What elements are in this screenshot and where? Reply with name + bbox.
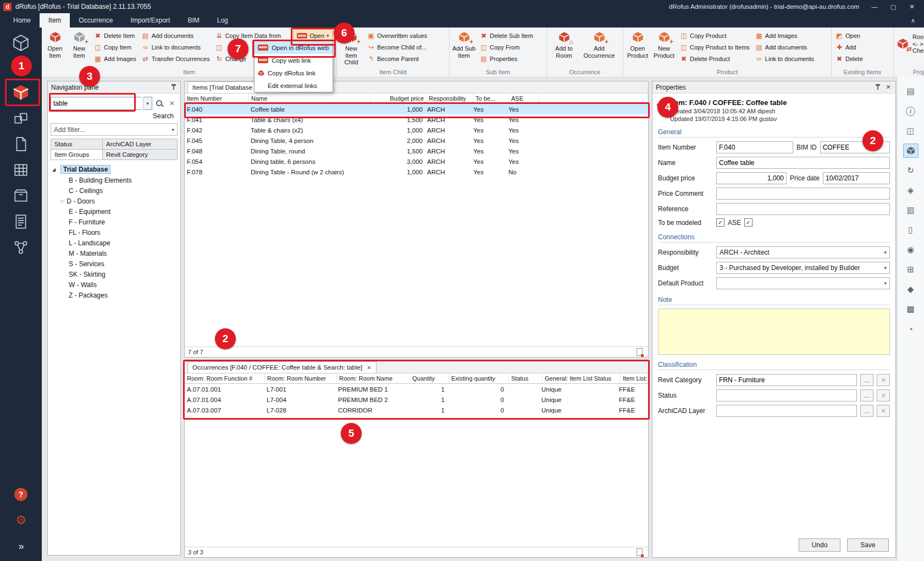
col-quantity[interactable]: Quantity [410, 373, 449, 383]
menu-item-copy-web-link[interactable]: www Copy web link [254, 54, 333, 67]
item-number-field[interactable] [716, 141, 793, 153]
pin-icon[interactable] [171, 84, 177, 91]
default-product-select[interactable]: ▾ [716, 277, 890, 289]
revit-category-field[interactable] [716, 374, 857, 386]
tree-item[interactable]: L - Landscape [49, 238, 179, 248]
tree-item[interactable]: SK - Skirting [49, 269, 179, 279]
filter-tab-archicad-layer[interactable]: ArchiCAD Layer [103, 139, 178, 150]
open-product-button[interactable]: Open Product [624, 28, 651, 61]
sidebar-reports-module-icon[interactable] [5, 185, 36, 206]
tree-item[interactable]: FL - Floors [49, 227, 179, 238]
panel-layout-icon[interactable]: ▤ [904, 85, 918, 98]
tree-item[interactable]: M - Materials [49, 248, 179, 258]
budget-select[interactable]: 3 - Purchased by Developer, installed by… [716, 262, 890, 274]
history-panel-icon[interactable]: ◔ [904, 322, 918, 336]
item-row[interactable]: F.042Table & chairs (x2)1,000ARCHYesYes [185, 125, 648, 135]
tab-occurrence[interactable]: Occurrence [70, 13, 121, 28]
tree-item-trial-database[interactable]: ◢ Trial Database [49, 164, 179, 175]
sidebar-home-module-icon[interactable] [5, 32, 36, 53]
tree-item[interactable]: F - Furniture [49, 217, 179, 227]
tab-bim[interactable]: BIM [179, 13, 208, 28]
occurrence-row[interactable]: A.07.01.001L7-001PREMIUM BED 110UniqueFF… [185, 384, 648, 394]
copy-product-to-items-button[interactable]: ◫Copy Product to Items [679, 42, 751, 52]
col-item-list-name[interactable]: Item List: Name [621, 373, 648, 383]
add-documents-button[interactable]: ▤Add documents [141, 30, 211, 41]
sidebar-help-icon[interactable]: ? [5, 484, 36, 505]
search-input[interactable] [51, 97, 141, 110]
item-row[interactable]: F.045Dining Table, 4 person2,000ARCHYesY… [185, 135, 648, 146]
bim-panel-icon[interactable]: ◈ [904, 184, 918, 197]
copy-item-button[interactable]: ◫Copy Item [93, 42, 137, 52]
price-comment-field[interactable] [716, 188, 890, 200]
pin-icon[interactable] [875, 84, 881, 91]
add-occurrence-button[interactable]: + Add Occurrence [580, 28, 618, 61]
existing-open-button[interactable]: ◩Open [834, 30, 864, 41]
sidebar-products-module-icon[interactable] [5, 108, 36, 129]
menu-item-open-in-drofus-web[interactable]: www Open in dRofus web [254, 41, 333, 54]
col-to-be[interactable]: To be... [473, 94, 509, 103]
responsibility-select[interactable]: ARCH - Architect▾ [716, 246, 890, 258]
sidebar-settings-icon[interactable]: ⚙ [5, 510, 36, 531]
maximize-button[interactable]: ▢ [884, 0, 902, 13]
add-sub-item-button[interactable]: + Add Sub Item [451, 28, 477, 61]
sidebar-documents-module-icon[interactable] [5, 134, 36, 155]
sidebar-connections-module-icon[interactable] [5, 237, 36, 258]
new-product-button[interactable]: + New Product [651, 28, 677, 61]
room-data-item-checks-button[interactable]: ⇄ Room Data <- > Item Checks [895, 28, 924, 57]
tree-expander-icon[interactable]: ◢ [52, 167, 58, 172]
add-to-room-button[interactable]: ⌂ Add to Room [548, 28, 580, 61]
col-budget-price[interactable]: Budget price [370, 94, 427, 103]
save-button[interactable]: Save [847, 538, 889, 552]
new-item-button[interactable]: + New Item [67, 28, 91, 61]
report-icon[interactable] [637, 348, 643, 356]
list-panel-icon[interactable]: ▥ [904, 204, 918, 217]
delete-item-button[interactable]: ✖Delete Item [93, 30, 137, 41]
col-responsibility[interactable]: Responsibility [427, 94, 473, 103]
collapse-ribbon-icon[interactable]: ∧ [902, 13, 924, 28]
tree-item[interactable]: Z - Packages [49, 290, 179, 300]
name-field[interactable] [716, 157, 890, 169]
col-existing-quantity[interactable]: Existing quantity [449, 373, 509, 383]
document-panel-icon[interactable]: ▯ [904, 223, 918, 237]
delete-sub-item-button[interactable]: ✖Delete Sub Item [479, 30, 534, 41]
documents-panel-icon[interactable]: ◫ [904, 124, 918, 138]
become-parent-button[interactable]: ↰Become Parent [366, 53, 428, 64]
archicad-layer-field[interactable] [716, 405, 857, 417]
occurrence-row[interactable]: A.07.03.007L7-028CORRIDOR10UniqueFF&E [185, 405, 648, 415]
item-row[interactable]: F.078Dining Table - Round (w 2 chairs)1,… [185, 167, 648, 177]
camera-panel-icon[interactable]: ◉ [904, 243, 918, 256]
tree-item[interactable]: C - Ceilings [49, 185, 179, 196]
tab-import-export[interactable]: Import/Export [121, 13, 179, 28]
overwritten-values-button[interactable]: ▣Overwritten values [366, 30, 428, 41]
transfer-occurrences-button[interactable]: ⇄Transfer Occurrences [141, 53, 211, 64]
add-filter-dropdown[interactable]: Add filter... ▾ [51, 123, 178, 136]
item-panel-icon[interactable] [904, 144, 918, 157]
filter-tab-item-groups[interactable]: Item Groups [51, 150, 103, 160]
clear-field-button[interactable]: ✕ [877, 405, 890, 417]
product-link-to-documents-button[interactable]: ∞Link to documents [754, 53, 815, 64]
sidebar-specifications-module-icon[interactable] [5, 211, 36, 232]
sub-item-properties-button[interactable]: ▤Properties [479, 53, 534, 64]
item-row-selected[interactable]: F.040Coffee table1,000ARCHYesYes [185, 104, 648, 114]
close-button[interactable]: ✕ [903, 0, 921, 13]
col-ase[interactable]: ASE [509, 94, 539, 103]
budget-price-field[interactable] [716, 172, 787, 184]
menu-item-copy-drofus-link[interactable]: Copy dRofus link [254, 67, 333, 79]
delete-product-button[interactable]: ✖Delete Product [679, 53, 751, 64]
col-room-function[interactable]: Room: Room Function # [185, 373, 265, 383]
clear-field-button[interactable]: ✕ [877, 374, 890, 386]
browse-button[interactable]: … [860, 389, 873, 402]
copy-item-data-from-button[interactable]: ⇊Copy Item Data from [214, 30, 282, 41]
open-item-button[interactable]: Open Item [43, 28, 67, 61]
search-button[interactable] [154, 98, 165, 109]
existing-delete-button[interactable]: ✖Delete [834, 53, 864, 64]
copy-product-button[interactable]: ◫Copy Product [679, 30, 751, 41]
sidebar-items-module-icon[interactable] [5, 82, 36, 103]
link-to-documents-button[interactable]: ∞Link to documents [141, 42, 211, 52]
product-add-documents-button[interactable]: ▤Add documents [754, 42, 815, 52]
copy-from-button[interactable]: ◫Copy From [479, 42, 534, 52]
tree-item[interactable]: S - Services [49, 258, 179, 269]
refresh-panel-icon[interactable]: ↻ [904, 164, 918, 177]
col-name[interactable]: Name [249, 94, 370, 103]
add-item-panel-icon[interactable]: ⊞ [904, 263, 918, 276]
